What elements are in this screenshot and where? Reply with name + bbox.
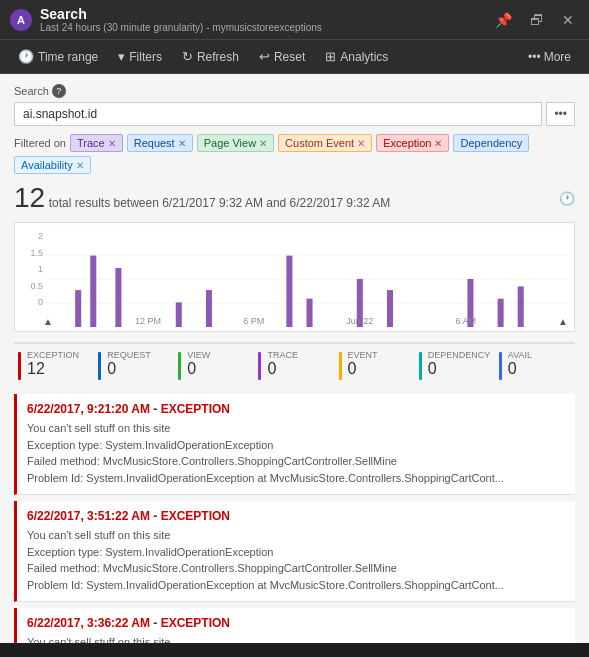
- stat-content-dependency: DEPENDENCY 0: [428, 350, 491, 378]
- stat-content-exception: EXCEPTION 12: [27, 350, 79, 378]
- search-section: Search ? •••: [14, 84, 575, 126]
- refresh-label: Refresh: [197, 50, 239, 64]
- more-dots-icon: •••: [528, 50, 541, 64]
- reset-label: Reset: [274, 50, 305, 64]
- reset-button[interactable]: ↩ Reset: [251, 45, 313, 68]
- filter-tag-customevent[interactable]: Custom Event ✕: [278, 134, 372, 152]
- result-problem-id-2: Problem Id: System.InvalidOperationExcep…: [27, 577, 565, 594]
- result-failed-method-2: Failed method: MvcMusicStore.Controllers…: [27, 560, 565, 577]
- filtered-on-label: Filtered on: [14, 137, 66, 149]
- search-input[interactable]: [14, 102, 542, 126]
- x-label-jun22: Jun 22: [346, 316, 373, 327]
- window-subtitle: Last 24 hours (30 minute granularity) - …: [40, 22, 322, 33]
- toolbar: 🕐 Time range ▾ Filters ↻ Refresh ↩ Reset…: [0, 40, 589, 74]
- stat-type-request: REQUEST: [107, 350, 151, 360]
- remove-customevent-icon[interactable]: ✕: [357, 138, 365, 149]
- filter-tag-dependency[interactable]: Dependency: [453, 134, 529, 152]
- stat-count-exception: 12: [27, 360, 79, 378]
- filter-tag-exception[interactable]: Exception ✕: [376, 134, 449, 152]
- y-label-2: 2: [17, 231, 43, 241]
- stat-count-view: 0: [187, 360, 210, 378]
- filter-tag-availability[interactable]: Availability ✕: [14, 156, 91, 174]
- filter-tag-pageview[interactable]: Page View ✕: [197, 134, 274, 152]
- stat-content-trace: TRACE 0: [267, 350, 298, 378]
- result-item-2[interactable]: 6/22/2017, 3:51:22 AM - EXCEPTION You ca…: [14, 501, 575, 602]
- filter-tag-trace[interactable]: Trace ✕: [70, 134, 123, 152]
- stat-request: REQUEST 0: [94, 348, 174, 382]
- result-timestamp-1: 6/22/2017, 9:21:20 AM: [27, 402, 150, 416]
- stat-view: VIEW 0: [174, 348, 254, 382]
- analytics-button[interactable]: ⊞ Analytics: [317, 45, 396, 68]
- app-icon: A: [10, 9, 32, 31]
- stat-exception: EXCEPTION 12: [14, 348, 94, 382]
- y-label-0: 0: [17, 297, 43, 307]
- y-label-05: 0.5: [17, 281, 43, 291]
- stat-dependency: DEPENDENCY 0: [415, 348, 495, 382]
- filter-tag-request[interactable]: Request ✕: [127, 134, 193, 152]
- analytics-label: Analytics: [340, 50, 388, 64]
- results-description: total results between 6/21/2017 9:32 AM …: [49, 196, 391, 210]
- chart-y-axis: 2 1.5 1 0.5 0: [17, 231, 43, 307]
- y-label-1: 1: [17, 264, 43, 274]
- filter-row: Filtered on Trace ✕ Request ✕ Page View …: [14, 134, 575, 174]
- stat-count-event: 0: [348, 360, 378, 378]
- refresh-button[interactable]: ↻ Refresh: [174, 45, 247, 68]
- stat-count-trace: 0: [267, 360, 298, 378]
- stat-content-view: VIEW 0: [187, 350, 210, 378]
- stats-row: EXCEPTION 12 REQUEST 0 VIEW 0 TRACE 0: [14, 342, 575, 382]
- stat-content-request: REQUEST 0: [107, 350, 151, 378]
- result-header-2: 6/22/2017, 3:51:22 AM - EXCEPTION: [27, 509, 565, 523]
- title-left: A Search Last 24 hours (30 minute granul…: [10, 6, 322, 33]
- title-text: Search Last 24 hours (30 minute granular…: [40, 6, 322, 33]
- search-help-icon[interactable]: ?: [52, 84, 66, 98]
- stat-count-dependency: 0: [428, 360, 491, 378]
- x-label-6am: 6 AM: [455, 316, 476, 327]
- result-type-3: EXCEPTION: [161, 616, 230, 630]
- result-timestamp-3: 6/22/2017, 3:36:22 AM: [27, 616, 150, 630]
- result-failed-method-1: Failed method: MvcMusicStore.Controllers…: [27, 453, 565, 470]
- stat-type-exception: EXCEPTION: [27, 350, 79, 360]
- remove-request-icon[interactable]: ✕: [178, 138, 186, 149]
- more-label: More: [544, 50, 571, 64]
- result-message-1: You can't sell stuff on this site: [27, 420, 565, 437]
- refresh-icon: ↻: [182, 49, 193, 64]
- result-type-1: EXCEPTION: [161, 402, 230, 416]
- result-exception-type-2: Exception type: System.InvalidOperationE…: [27, 544, 565, 561]
- result-item-1[interactable]: 6/22/2017, 9:21:20 AM - EXCEPTION You ca…: [14, 394, 575, 495]
- time-range-label: Time range: [38, 50, 98, 64]
- filters-label: Filters: [129, 50, 162, 64]
- title-bar: A Search Last 24 hours (30 minute granul…: [0, 0, 589, 40]
- x-label-6pm: 6 PM: [243, 316, 264, 327]
- stat-content-avail: AVAIL 0: [508, 350, 532, 378]
- stat-type-avail: AVAIL: [508, 350, 532, 360]
- result-problem-id-1: Problem Id: System.InvalidOperationExcep…: [27, 470, 565, 487]
- stat-bar-avail: [499, 352, 502, 380]
- search-input-row: •••: [14, 102, 575, 126]
- x-label-12pm: 12 PM: [135, 316, 161, 327]
- clock-icon: 🕐: [18, 49, 34, 64]
- more-button[interactable]: ••• More: [520, 46, 579, 68]
- title-controls: 📌 🗗 ✕: [490, 10, 579, 30]
- result-item-3[interactable]: 6/22/2017, 3:36:22 AM - EXCEPTION You ca…: [14, 608, 575, 643]
- restore-button[interactable]: 🗗: [525, 10, 549, 30]
- search-more-button[interactable]: •••: [546, 102, 575, 126]
- close-button[interactable]: ✕: [557, 10, 579, 30]
- result-timestamp-2: 6/22/2017, 3:51:22 AM: [27, 509, 150, 523]
- stat-type-view: VIEW: [187, 350, 210, 360]
- remove-exception-icon[interactable]: ✕: [434, 138, 442, 149]
- result-type-2: EXCEPTION: [161, 509, 230, 523]
- remove-trace-icon[interactable]: ✕: [108, 138, 116, 149]
- stat-count-avail: 0: [508, 360, 532, 378]
- remove-pageview-icon[interactable]: ✕: [259, 138, 267, 149]
- stat-bar-trace: [258, 352, 261, 380]
- results-summary: 12 total results between 6/21/2017 9:32 …: [14, 182, 390, 214]
- stat-content-event: EVENT 0: [348, 350, 378, 378]
- stat-bar-dependency: [419, 352, 422, 380]
- time-range-button[interactable]: 🕐 Time range: [10, 45, 106, 68]
- pin-button[interactable]: 📌: [490, 10, 517, 30]
- search-label: Search ?: [14, 84, 575, 98]
- stat-type-dependency: DEPENDENCY: [428, 350, 491, 360]
- remove-availability-icon[interactable]: ✕: [76, 160, 84, 171]
- filters-button[interactable]: ▾ Filters: [110, 45, 170, 68]
- result-header-3: 6/22/2017, 3:36:22 AM - EXCEPTION: [27, 616, 565, 630]
